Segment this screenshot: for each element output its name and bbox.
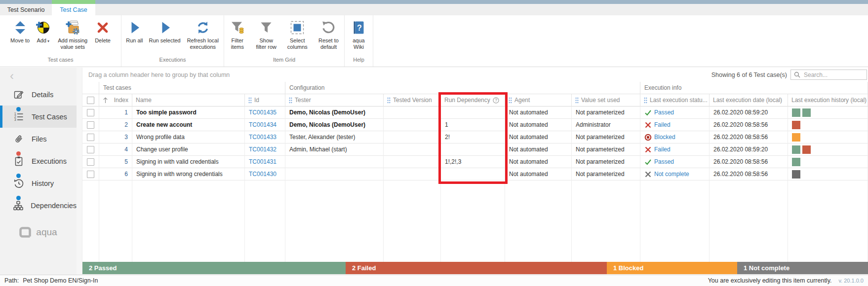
row-checkbox[interactable]	[87, 146, 94, 153]
cell-history	[788, 156, 868, 168]
tab-test-scenario[interactable]: Test Scenario	[0, 4, 52, 15]
table-row[interactable]: 1Too simple passwordTC001435Demo, Nicola…	[82, 107, 868, 119]
button-label: aqua Wiki	[348, 37, 370, 50]
execution-status-link[interactable]: Passed	[654, 158, 674, 165]
add-button[interactable]: Add▾	[33, 18, 53, 45]
test-case-id-link[interactable]: TC001435	[249, 109, 276, 116]
row-checkbox[interactable]	[87, 134, 94, 141]
test-case-id-link[interactable]: TC001431	[249, 158, 276, 165]
table-row[interactable]: 5Signing in with valid credentialsTC0014…	[82, 156, 868, 168]
cell-agent: Not automated	[505, 107, 572, 119]
table-row[interactable]: 4Change user profileTC001432Admin, Micha…	[82, 143, 868, 156]
execution-status-link[interactable]: Blocked	[654, 134, 675, 141]
cell-agent: Not automated	[505, 119, 572, 131]
select-all-checkbox[interactable]	[87, 97, 94, 104]
sidebar-item-dependencies[interactable]: Dependencies	[0, 194, 77, 216]
sidebar-item-details[interactable]: Details	[0, 83, 77, 106]
executions-icon	[13, 156, 24, 167]
table-body: 1Too simple passwordTC001435Demo, Nicola…	[82, 107, 868, 180]
column-header-index[interactable]: Index	[99, 94, 132, 107]
show-filter-row-button[interactable]: Show filter row	[251, 18, 282, 51]
search-box[interactable]	[790, 70, 867, 80]
band-header-configuration[interactable]: Configuration	[285, 82, 640, 94]
button-label: Delete	[95, 37, 111, 44]
row-checkbox[interactable]	[87, 109, 94, 116]
help-icon: ?	[493, 97, 499, 104]
add-missing-value-sets-button[interactable]: Add missing value sets	[53, 18, 92, 51]
cell-id: TC001433	[245, 131, 285, 143]
column-header-agent[interactable]: Agent	[505, 94, 572, 107]
sidebar-collapse-button[interactable]: ‹	[10, 71, 14, 81]
sidebar-item-files[interactable]: Files	[0, 128, 77, 150]
column-header-id[interactable]: Id	[245, 94, 285, 107]
sidebar-item-history[interactable]: History	[0, 172, 77, 194]
status-failed-icon	[644, 121, 652, 129]
sidebar-item-label: Files	[32, 135, 47, 143]
run-selected-button[interactable]: Run selected	[146, 18, 184, 45]
history-square-orange	[792, 133, 800, 142]
test-case-id-link[interactable]: TC001433	[249, 134, 276, 141]
filter-items-icon	[230, 20, 245, 35]
table-row[interactable]: 6Signing in with wrong credentialsTC0014…	[82, 168, 868, 180]
empty-column-track	[245, 180, 285, 262]
row-checkbox[interactable]	[87, 171, 94, 178]
move-to-button[interactable]: Move to	[7, 18, 33, 45]
column-header-status[interactable]: Last execution statu...	[640, 94, 710, 107]
svg-text:?: ?	[495, 98, 497, 103]
cell-tested-version	[384, 143, 441, 156]
column-header-value-set[interactable]: Value set used	[572, 94, 640, 107]
cell-tested-version	[384, 119, 441, 131]
empty-column-track	[788, 180, 868, 262]
history-square-green	[802, 108, 811, 117]
ribbon-group-executions: Run allRun selectedRefresh local executi…	[121, 15, 224, 67]
execution-status-link[interactable]: Not complete	[654, 171, 689, 178]
column-header-tester[interactable]: Tester	[285, 94, 384, 107]
svg-text:3: 3	[14, 118, 16, 121]
column-filter-dots-icon	[248, 97, 252, 104]
band-header-test-cases[interactable]: Test cases	[99, 82, 285, 94]
search-input[interactable]	[803, 71, 864, 79]
table-row[interactable]: 2Create new accountTC001434Demo, Nicolas…	[82, 119, 868, 131]
column-header-date[interactable]: Last execution date (local)	[710, 94, 788, 107]
sidebar-item-executions[interactable]: Executions	[0, 150, 77, 172]
execution-status-link[interactable]: Failed	[654, 121, 671, 128]
filter-items-button[interactable]: Filter items	[224, 18, 251, 51]
test-case-id-link[interactable]: TC001430	[249, 171, 276, 178]
execution-status-link[interactable]: Failed	[654, 146, 671, 153]
column-header-tested-version[interactable]: Tested Version	[384, 94, 441, 107]
cell-tested-version	[384, 168, 441, 180]
table-row[interactable]: 3Wrong profile dataTC001433Tester, Alexa…	[82, 131, 868, 143]
cell-date: 26.02.2020 08:59:20	[710, 107, 788, 119]
column-header-label: Name	[136, 97, 152, 104]
cell-history	[788, 143, 868, 156]
column-header-run-dependency[interactable]: Run Dependency?	[441, 94, 505, 107]
band-header-execution-info[interactable]: Execution info	[640, 82, 868, 94]
delete-button[interactable]: Delete	[92, 18, 114, 45]
refresh-local-executions-button[interactable]: Refresh local executions	[184, 18, 222, 51]
path-label: Path:	[4, 277, 19, 284]
select-columns-button[interactable]: Select columns	[282, 18, 313, 51]
cell-status: Passed	[640, 107, 710, 119]
column-header-history[interactable]: Last execution history (local)	[788, 94, 868, 107]
button-label: Refresh local executions	[187, 37, 219, 50]
sidebar-splitter[interactable]	[77, 68, 82, 275]
tab-test-case[interactable]: Test Case	[52, 4, 95, 15]
cell-tester: Demo, Nicolas (DemoUser)	[285, 119, 384, 131]
row-checkbox[interactable]	[87, 121, 94, 129]
button-label: Run selected	[149, 37, 181, 44]
search-icon	[794, 72, 800, 78]
test-case-id-link[interactable]: TC001432	[249, 146, 276, 153]
execution-status-link[interactable]: Passed	[654, 109, 674, 116]
reset-to-default-button[interactable]: Reset to default	[313, 18, 344, 51]
column-header-name[interactable]: Name	[132, 94, 245, 107]
run-all-button[interactable]: Run all	[123, 18, 146, 45]
aqua-wiki-button[interactable]: ?aqua Wiki	[345, 18, 373, 51]
cell-value-set: Not parameterized	[572, 143, 640, 156]
row-checkbox[interactable]	[87, 158, 94, 166]
sidebar-item-test-cases[interactable]: 123Test Cases	[0, 106, 77, 128]
column-header-select[interactable]	[82, 94, 99, 107]
status-footer: Path: Pet Shop Demo EN/Sign-In You are e…	[0, 275, 868, 286]
test-case-id-link[interactable]: TC001434	[249, 121, 276, 128]
cell-select	[82, 131, 99, 143]
empty-column-track	[441, 180, 505, 262]
